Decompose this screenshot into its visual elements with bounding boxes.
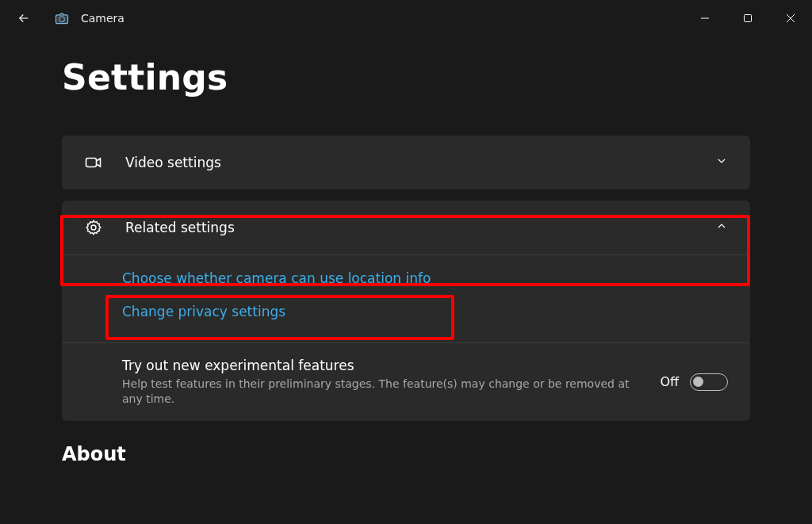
maximize-icon: [743, 13, 753, 23]
experimental-description: Help test features in their preliminary …: [122, 377, 644, 407]
window-controls: [684, 0, 812, 36]
minimize-icon: [700, 13, 710, 23]
related-settings-header[interactable]: Related settings: [62, 201, 750, 254]
location-info-link[interactable]: Choose whether camera can use location i…: [122, 262, 750, 295]
related-settings-label: Related settings: [125, 220, 715, 235]
svg-rect-6: [86, 159, 97, 167]
experimental-toggle[interactable]: [690, 373, 728, 391]
video-settings-label: Video settings: [125, 155, 715, 170]
toggle-thumb: [693, 377, 703, 387]
app-title: Camera: [81, 12, 124, 25]
maximize-button[interactable]: [726, 0, 769, 36]
toggle-state-label: Off: [660, 374, 679, 389]
experimental-title: Try out new experimental features: [122, 358, 644, 373]
titlebar: Camera: [0, 0, 812, 36]
chevron-up-icon: [715, 220, 728, 235]
svg-rect-3: [745, 15, 752, 22]
close-icon: [786, 13, 795, 23]
close-button[interactable]: [769, 0, 812, 36]
experimental-toggle-group: Off: [660, 373, 728, 391]
privacy-settings-link[interactable]: Change privacy settings: [122, 295, 750, 328]
camera-app-icon: [54, 10, 70, 26]
related-settings-card: Related settings Choose whether camera c…: [62, 201, 750, 421]
related-settings-links: Choose whether camera can use location i…: [62, 255, 750, 342]
window: Camera Settings Video settings: [0, 0, 812, 524]
back-arrow-icon: [17, 11, 31, 25]
video-icon: [84, 153, 103, 172]
video-settings-header[interactable]: Video settings: [62, 136, 750, 189]
about-heading: About: [62, 443, 750, 465]
back-button[interactable]: [8, 2, 40, 34]
video-settings-card: Video settings: [62, 136, 750, 189]
chevron-down-icon: [715, 155, 728, 170]
page-title: Settings: [62, 57, 750, 98]
minimize-button[interactable]: [684, 0, 726, 36]
gear-icon: [84, 218, 103, 237]
experimental-features-row: Try out new experimental features Help t…: [62, 343, 750, 421]
content-area: Settings Video settings Related settings: [0, 36, 812, 524]
svg-point-7: [91, 225, 96, 230]
